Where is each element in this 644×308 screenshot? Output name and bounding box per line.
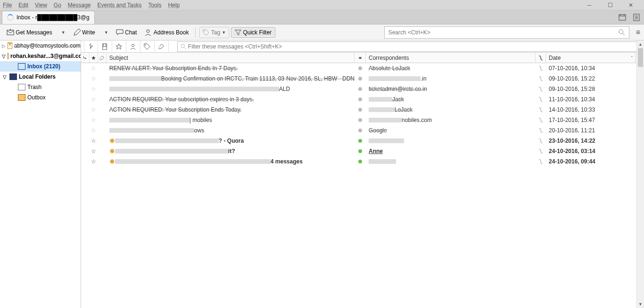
scroll-down-icon[interactable]: ▼ [637,300,644,308]
star-icon[interactable]: ☆ [91,65,96,72]
get-messages-dropdown[interactable]: ▼ [57,28,68,37]
star-icon[interactable]: ☆ [91,106,96,113]
menu-help[interactable]: Help [168,2,180,8]
star-icon[interactable]: ☆ [91,148,96,154]
read-cell[interactable] [355,94,366,105]
read-status-icon[interactable] [358,129,362,132]
message-row[interactable]: ☆owsGoogle20-10-2016, 11:21 [81,125,644,136]
read-status-icon[interactable] [358,118,362,122]
read-cell[interactable] [355,146,366,156]
address-book-button[interactable]: Address Book [141,27,191,38]
message-row[interactable]: ☆ACTION REQUIRED: Your subscription expi… [81,94,644,105]
read-status-icon[interactable] [358,139,362,143]
menu-message[interactable]: Message [68,2,91,8]
read-cell[interactable] [355,125,366,136]
app-menu-button[interactable]: ≡ [636,28,640,37]
read-status-icon[interactable] [358,108,362,112]
scroll-thumb[interactable] [638,48,643,67]
account-2[interactable]: ▽ rohan.keshar...3@gmail.com [0,51,81,61]
message-row[interactable]: ☆✸ it?Anne24-10-2016, 03:14 [81,146,644,156]
message-row[interactable]: ☆ACTION REQUIRED: Your Subscription Ends… [81,105,644,115]
read-cell[interactable] [355,136,366,146]
star-icon[interactable]: ☆ [91,117,96,123]
read-cell[interactable] [355,73,366,84]
message-row[interactable]: ☆ ALDticketadmin@irctc.co.in09-10-2016, … [81,84,644,94]
star-icon[interactable]: ☆ [91,75,96,82]
read-status-icon[interactable] [358,87,362,91]
read-cell[interactable] [355,115,366,125]
menu-events-tasks[interactable]: Events and Tasks [98,2,142,8]
close-button[interactable]: ✕ [620,0,641,10]
filter-attachment-icon[interactable] [155,41,169,52]
col-star-icon[interactable]: ★ [90,53,98,63]
filter-pin-icon[interactable] [84,41,98,52]
col-date[interactable]: Date ˄ [546,53,636,63]
read-cell[interactable] [355,105,366,115]
col-attachment-icon[interactable] [98,53,107,63]
read-cell[interactable] [355,156,366,167]
message-row[interactable]: ☆ | mobilesnobiles.com17-10-2016, 15:47 [81,115,644,125]
star-icon[interactable]: ☆ [91,127,96,134]
star-cell[interactable]: ☆ [90,136,98,146]
read-status-icon[interactable] [358,149,362,153]
vertical-scrollbar[interactable]: ▲ ▼ [636,41,644,308]
read-cell[interactable] [355,84,366,94]
read-status-icon[interactable] [358,77,362,81]
star-cell[interactable]: ☆ [90,125,98,136]
tasks-icon[interactable] [633,14,640,21]
local-folders[interactable]: ▽ Local Folders [0,72,81,82]
menu-go[interactable]: Go [54,2,61,8]
col-correspondents[interactable]: Correspondents [366,53,536,63]
folder-inbox[interactable]: Inbox (2120) [0,61,81,72]
write-dropdown[interactable]: ▼ [100,28,111,37]
message-row[interactable]: ☆✸ ? - Quora23-10-2016, 14:22 [81,136,644,146]
read-status-icon[interactable] [358,160,362,163]
write-button[interactable]: Write [70,27,98,38]
star-icon[interactable]: ☆ [91,96,96,103]
col-received-icon[interactable] [536,53,546,63]
star-icon[interactable]: ☆ [91,138,96,144]
global-search[interactable] [384,26,629,39]
filter-unread-icon[interactable] [98,41,112,52]
read-status-icon[interactable] [358,97,362,101]
folder-outbox[interactable]: Outbox [0,92,81,103]
message-filter-input[interactable] [188,43,635,50]
col-read-icon[interactable]: ⚭ [355,53,366,63]
star-cell[interactable]: ☆ [90,156,98,167]
get-messages-button[interactable]: Get Messages [4,27,55,38]
star-cell[interactable]: ☆ [90,105,98,115]
col-subject[interactable]: Subject [107,53,355,63]
menu-edit[interactable]: Edit [18,2,28,8]
star-cell[interactable]: ☆ [90,63,98,73]
filter-contact-icon[interactable] [126,41,140,52]
star-icon[interactable]: ☆ [91,158,96,165]
minimize-button[interactable]: ─ [579,0,600,10]
tag-button[interactable]: Tag▼ [199,27,229,38]
scroll-up-icon[interactable]: ▲ [637,41,644,48]
calendar-icon[interactable] [619,14,626,21]
menu-tools[interactable]: Tools [148,2,161,8]
star-cell[interactable]: ☆ [90,146,98,156]
maximize-button[interactable]: ☐ [600,0,620,10]
star-cell[interactable]: ☆ [90,115,98,125]
quick-filter-button[interactable]: Quick Filter [231,27,275,38]
message-filter-box[interactable] [177,41,638,52]
star-cell[interactable]: ☆ [90,94,98,105]
star-icon[interactable]: ☆ [91,86,96,92]
tab-inbox[interactable]: Inbox - r██████████3@g [2,11,95,24]
filter-tag-icon[interactable] [140,41,155,52]
message-row[interactable]: ☆✸ 4 messages24-10-2016, 09:44 [81,156,644,167]
star-cell[interactable]: ☆ [90,84,98,94]
read-cell[interactable] [355,63,366,73]
folder-trash[interactable]: Trash [0,82,81,92]
menu-view[interactable]: View [35,2,47,8]
star-cell[interactable]: ☆ [90,73,98,84]
message-row[interactable]: ☆Booking Confirmation on IRCTC, Train 11… [81,73,644,84]
account-1[interactable]: ▷ abhay@teamsystools.com [0,41,81,51]
search-input[interactable] [388,29,619,36]
read-status-icon[interactable] [358,66,362,70]
filter-star-icon[interactable] [112,41,126,52]
col-thread-icon[interactable]: ⤷ [81,53,90,63]
menu-file[interactable]: File [3,2,12,8]
message-row[interactable]: ☆RENEW ALERT: Your Subscription Ends In … [81,63,644,73]
